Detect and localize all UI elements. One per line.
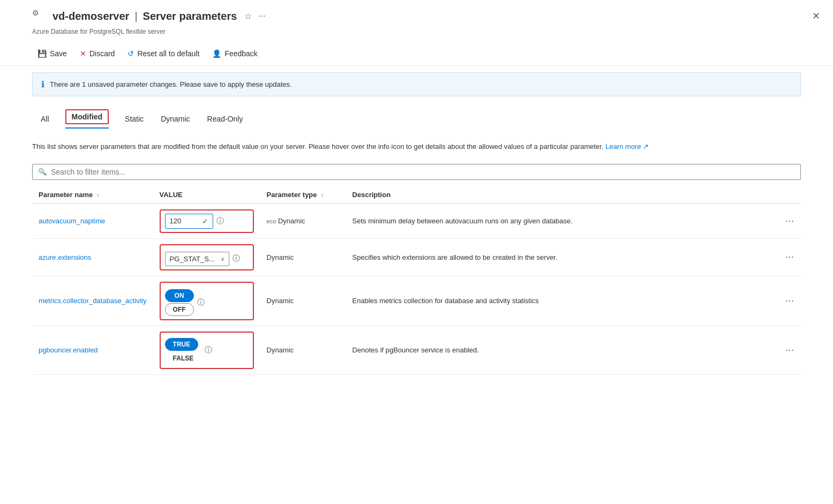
tab-modified[interactable]: Modified	[58, 105, 117, 134]
parameters-table: Parameter name ↕ VALUE Parameter type ↕ …	[32, 186, 801, 375]
check-icon: ✓	[202, 217, 208, 225]
info-icon-metrics[interactable]: ⓘ	[197, 298, 205, 307]
feedback-icon: 👤	[212, 49, 221, 58]
param-actions-pgbouncer: ···	[774, 326, 801, 374]
table-header-row: Parameter name ↕ VALUE Parameter type ↕ …	[32, 186, 801, 204]
tab-static[interactable]: Static	[116, 109, 152, 130]
page-title: Server parameters	[143, 10, 237, 22]
param-name-autovacuum: autovacuum_naptime	[32, 204, 153, 239]
feedback-button[interactable]: 👤 Feedback	[207, 46, 262, 61]
table-row: metrics.collector_database_activity ON O…	[32, 276, 801, 326]
banner-text: There are 1 unsaved parameter changes. P…	[50, 80, 292, 88]
param-type-metrics: Dynamic	[260, 276, 346, 326]
col-header-description: Description	[346, 186, 774, 204]
close-icon[interactable]: ✕	[812, 10, 820, 22]
save-label: Save	[50, 49, 67, 58]
param-name-extensions: azure.extensions	[32, 238, 153, 276]
col-header-actions	[774, 186, 801, 204]
number-input-wrapper: 120 ✓ ⓘ	[165, 214, 249, 229]
col-header-type: Parameter type ↕	[260, 186, 346, 204]
feedback-label: Feedback	[224, 49, 257, 58]
info-icon: ℹ	[41, 79, 44, 89]
discard-icon: ✕	[80, 49, 86, 58]
table-row: autovacuum_naptime 120 ✓ ⓘ eco	[32, 204, 801, 239]
search-wrapper: 🔍	[32, 164, 801, 180]
param-value-autovacuum: 120 ✓ ⓘ	[153, 204, 260, 239]
table-row: pgbouncer.enabled TRUE FALSE ⓘ	[32, 326, 801, 374]
more-options-autovacuum[interactable]: ···	[786, 216, 794, 225]
col-header-name: Parameter name ↕	[32, 186, 153, 204]
more-options-pgbouncer[interactable]: ···	[786, 345, 794, 355]
search-icon: 🔍	[38, 168, 47, 176]
learn-more-link[interactable]: Learn more ↗	[605, 142, 649, 151]
param-actions-extensions: ···	[774, 238, 801, 276]
sort-type-icon[interactable]: ↕	[321, 192, 324, 198]
save-button[interactable]: 💾 Save	[32, 46, 72, 61]
info-icon-pgbouncer[interactable]: ⓘ	[205, 345, 212, 355]
value-highlight-extensions: PG_STAT_S... ∨ ⓘ	[160, 244, 254, 270]
param-link-metrics[interactable]: metrics.collector_database_activity	[39, 297, 147, 305]
toggle-group-metrics: ON OFF ⓘ	[165, 289, 249, 316]
bool-group-pgbouncer: TRUE FALSE	[165, 338, 202, 365]
tab-all[interactable]: All	[32, 109, 58, 130]
bool-group-wrapper: TRUE FALSE ⓘ	[165, 336, 249, 365]
info-icon-autovacuum[interactable]: ⓘ	[216, 216, 224, 226]
col-header-value: VALUE	[153, 186, 260, 204]
header-separator: |	[134, 10, 137, 22]
toggle-off-button[interactable]: OFF	[165, 303, 194, 316]
param-type-pgbouncer: Dynamic	[260, 326, 346, 374]
info-banner: ℹ There are 1 unsaved parameter changes.…	[32, 72, 801, 96]
discard-button[interactable]: ✕ Discard	[74, 46, 120, 61]
sort-name-icon[interactable]: ↕	[97, 192, 100, 198]
tab-readonly[interactable]: Read-Only	[199, 109, 252, 130]
chevron-down-icon: ∨	[221, 256, 224, 262]
server-icon: ⚙	[32, 9, 47, 24]
dropdown-extensions[interactable]: PG_STAT_S... ∨	[165, 252, 229, 266]
dropdown-wrapper-extensions: PG_STAT_S... ∨ ⓘ	[165, 252, 249, 266]
value-highlight-metrics: ON OFF ⓘ	[160, 282, 254, 320]
value-highlight-autovacuum: 120 ✓ ⓘ	[160, 209, 254, 233]
bool-false-button[interactable]: FALSE	[165, 352, 202, 365]
value-highlight-pgbouncer: TRUE FALSE ⓘ	[160, 332, 254, 369]
param-link-pgbouncer[interactable]: pgbouncer.enabled	[39, 346, 98, 354]
param-type-autovacuum: eco Dynamic	[260, 204, 346, 239]
more-options-extensions[interactable]: ···	[786, 252, 794, 261]
tabs-container: All Modified Static Dynamic Read-Only	[0, 105, 833, 134]
param-desc-autovacuum: Sets minimum delay between autovacuum ru…	[346, 204, 774, 239]
number-input-autovacuum[interactable]: 120 ✓	[165, 214, 213, 229]
toggle-buttons-metrics: ON OFF	[165, 289, 194, 316]
param-value-extensions: PG_STAT_S... ∨ ⓘ	[153, 238, 260, 276]
favorite-star-icon[interactable]: ☆	[244, 11, 252, 21]
param-actions-metrics: ···	[774, 276, 801, 326]
param-desc-extensions: Specifies which extensions are allowed t…	[346, 238, 774, 276]
reset-button[interactable]: ↺ Reset all to default	[122, 46, 205, 61]
param-link-extensions[interactable]: azure.extensions	[39, 253, 91, 261]
param-desc-metrics: Enables metrics collection for database …	[346, 276, 774, 326]
discard-label: Discard	[89, 49, 115, 58]
param-actions-autovacuum: ···	[774, 204, 801, 239]
toolbar: 💾 Save ✕ Discard ↺ Reset all to default …	[0, 42, 833, 66]
param-type-extensions: Dynamic	[260, 238, 346, 276]
param-name-pgbouncer: pgbouncer.enabled	[32, 326, 153, 374]
param-link-autovacuum[interactable]: autovacuum_naptime	[39, 217, 105, 225]
table-container: Parameter name ↕ VALUE Parameter type ↕ …	[0, 186, 833, 375]
header-sub-title: Azure Database for PostgreSQL flexible s…	[32, 28, 166, 35]
param-name-metrics: metrics.collector_database_activity	[32, 276, 153, 326]
param-value-pgbouncer: TRUE FALSE ⓘ	[153, 326, 260, 374]
toggle-on-button[interactable]: ON	[165, 289, 194, 302]
table-row: azure.extensions PG_STAT_S... ∨ ⓘ	[32, 238, 801, 276]
more-options-metrics[interactable]: ···	[786, 296, 794, 305]
info-icon-extensions[interactable]: ⓘ	[232, 254, 240, 264]
bool-true-button[interactable]: TRUE	[165, 338, 199, 351]
more-options-icon[interactable]: ···	[258, 11, 265, 21]
save-icon: 💾	[37, 49, 47, 58]
param-desc-pgbouncer: Denotes if pgBouncer service is enabled.	[346, 326, 774, 374]
param-value-metrics: ON OFF ⓘ	[153, 276, 260, 326]
tab-dynamic[interactable]: Dynamic	[152, 109, 198, 130]
eco-badge: eco	[267, 218, 276, 224]
reset-label: Reset all to default	[137, 49, 199, 58]
description: This list shows server parameters that a…	[0, 134, 833, 160]
search-container: 🔍	[0, 160, 833, 184]
reset-icon: ↺	[127, 49, 134, 58]
search-input[interactable]	[51, 168, 795, 176]
